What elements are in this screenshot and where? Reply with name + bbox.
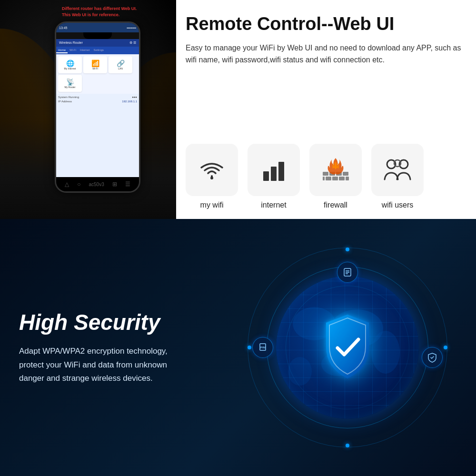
phone-status-area: System Running ●●● IP Address 192.168.1.… (56, 94, 139, 106)
bottom-section: High Security Adapt WPA/WPA2 encryption … (0, 219, 476, 476)
shield-center (317, 311, 378, 384)
right-content: Remote Control--Web UI Easy to manage yo… (176, 0, 476, 219)
svg-rect-11 (346, 177, 349, 180)
phone-status-bar: 13:45 ▪▪▪▪▪▪▪▪ (56, 23, 139, 32)
description-text: Easy to manage your WiFi by Web UI and n… (186, 42, 462, 132)
feature-my-wifi: my wifi (186, 144, 238, 209)
phone-area: Different router has different Web UI. T… (0, 0, 176, 219)
svg-rect-4 (323, 172, 328, 176)
svg-text:PIN: PIN (260, 346, 265, 349)
ring-dot-left (248, 346, 251, 349)
phone-bottom-bar: △ ○ ac50v3 ⊞ ☰ (56, 177, 139, 191)
main-title: Remote Control--Web UI (186, 14, 462, 34)
orbit-icon-left: PIN (252, 337, 273, 358)
orbit-icon-right (422, 347, 443, 368)
svg-rect-10 (339, 177, 345, 180)
feature-label-wifi-users: wifi users (382, 201, 414, 209)
phone-content: 🌐 My Internet 📶 Wi-Fi 🔗 LAN 📡 My Router (56, 54, 139, 94)
svg-rect-2 (271, 167, 277, 181)
wifi-icon-box (186, 144, 238, 196)
firewall-icon (320, 156, 351, 184)
ring-dot-right (444, 346, 447, 349)
feature-label-wifi: my wifi (200, 201, 224, 209)
svg-point-0 (210, 177, 213, 179)
svg-rect-12 (323, 177, 325, 180)
users-icon (381, 156, 414, 184)
phone-notch (83, 32, 112, 39)
feature-label-firewall: firewall (324, 201, 347, 209)
feature-firewall: firewall (309, 144, 362, 209)
document-icon (343, 268, 352, 277)
phone-icon-my-internet: 🌐 My Internet (58, 56, 82, 73)
internet-icon-box (248, 144, 300, 196)
shield-small-icon (427, 352, 437, 363)
reference-note: Different router has different Web UI. T… (62, 6, 137, 18)
svg-rect-9 (332, 177, 338, 180)
wifi-users-icon-box (371, 144, 424, 196)
features-row: my wifi internet (186, 144, 462, 209)
feature-wifi-users: wifi users (371, 144, 424, 209)
svg-rect-7 (343, 172, 348, 176)
orbit-icon-top (337, 262, 358, 283)
feature-label-internet: internet (261, 201, 286, 209)
main-shield-icon (317, 311, 378, 382)
svg-rect-1 (263, 171, 269, 181)
feature-internet: internet (248, 144, 300, 209)
ring-dot-top (346, 248, 349, 251)
firewall-icon-box (309, 144, 362, 196)
phone-icon-router: 📡 My Router (58, 75, 82, 92)
ring-dot-bottom (346, 444, 349, 447)
phone-icon-wifi: 📶 Wi-Fi (83, 56, 107, 73)
bar-chart-icon (259, 157, 288, 183)
bottom-left-content: High Security Adapt WPA/WPA2 encryption … (0, 290, 219, 405)
svg-point-20 (288, 357, 312, 386)
phone-icon-lan: 🔗 LAN (109, 56, 132, 73)
phone-nav: Home Wi-Fi Internet Settings (56, 47, 139, 54)
globe-container: PIN (248, 248, 447, 447)
security-title: High Security (19, 309, 200, 335)
security-description: Adapt WPA/WPA2 encryption technology, pr… (19, 345, 200, 386)
svg-rect-8 (326, 177, 331, 180)
phone-mockup: 13:45 ▪▪▪▪▪▪▪▪ Wireless Router ⚙ ☰ Home … (55, 21, 140, 193)
phone-screen-header: Wireless Router ⚙ ☰ (56, 39, 139, 47)
svg-rect-3 (278, 162, 284, 181)
phone-screen: Wireless Router ⚙ ☰ Home Wi-Fi Internet … (56, 39, 139, 177)
top-section: Different router has different Web UI. T… (0, 0, 476, 219)
wifi-icon (198, 158, 226, 182)
pin-icon: PIN (258, 343, 268, 352)
bottom-right-visual: PIN (219, 219, 476, 476)
